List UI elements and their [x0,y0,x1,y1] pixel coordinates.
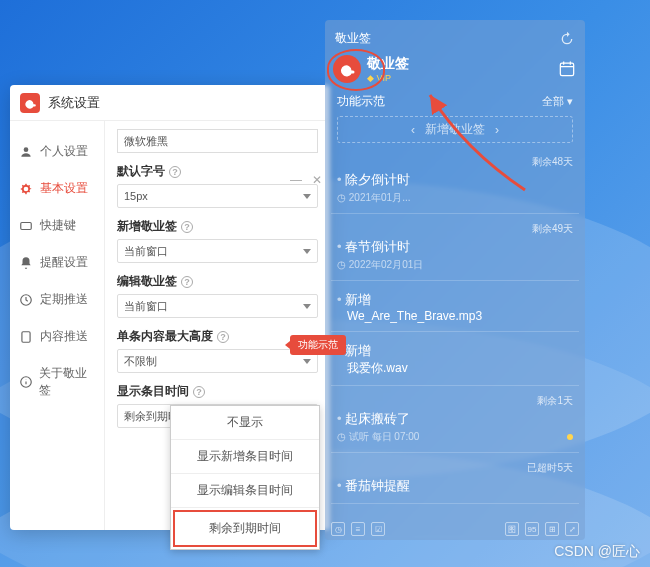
field-label: 单条内容最大高度 [117,328,213,345]
svg-rect-1 [21,222,32,229]
sidebar-item-reminder[interactable]: 提醒设置 [10,244,104,281]
help-icon[interactable]: ? [181,276,193,288]
sidebar-item-basic[interactable]: 基本设置 [10,170,104,207]
sidebar-label: 个人设置 [40,143,88,160]
footer-icon[interactable]: ≡ [351,522,365,536]
function-label[interactable]: 功能示范 [337,93,385,110]
note-remaining: 已超时5天 [527,461,573,475]
sidebar-label: 基本设置 [40,180,88,197]
sidebar-item-about[interactable]: 关于敬业签 [10,355,104,409]
doc-icon [18,329,34,345]
sidebar-item-content[interactable]: 内容推送 [10,318,104,355]
gear-icon [18,181,34,197]
note-remaining: 剩余1天 [537,394,573,408]
help-icon[interactable]: ? [193,386,205,398]
sidebar-label: 定期推送 [40,291,88,308]
max-height-select[interactable]: 不限制 [117,349,318,373]
note-item[interactable]: 剩余48天 除夕倒计时 2021年01月... [331,147,579,214]
note-title: 除夕倒计时 [337,171,573,189]
filter-all[interactable]: 全部 ▾ [542,94,573,109]
help-icon[interactable]: ? [169,166,181,178]
help-icon[interactable]: ? [217,331,229,343]
watermark: CSDN @匠心 [554,543,640,561]
dropdown-option-highlighted[interactable]: 剩余到期时间 [173,510,317,547]
app-logo-icon [20,93,40,113]
note-item[interactable]: 新增 We_Are_The_Brave.mp3 [331,281,579,332]
note-date: 2022年02月01日 [337,258,573,272]
font-value[interactable]: 微软雅黑 [117,129,318,153]
sidebar-label: 内容推送 [40,328,88,345]
svg-rect-5 [560,63,573,75]
keyboard-icon [18,218,34,234]
note-title: 春节倒计时 [337,238,573,256]
note-item[interactable]: 已超时5天 番茄钟提醒 [331,453,579,504]
footer-icon[interactable]: 95 [525,522,539,536]
note-title: 新增 [337,342,573,360]
footer-icon[interactable]: ☑ [371,522,385,536]
footer-icon[interactable]: ⊞ [545,522,559,536]
note-date: 每日 07:00 [372,431,420,442]
edit-window-select[interactable]: 当前窗口 [117,294,318,318]
try-label[interactable]: 试听 [349,431,369,442]
notes-window-title: 敬业签 [335,30,559,47]
note-remaining: 剩余48天 [532,155,573,169]
field-label: 显示条目时间 [117,383,189,400]
status-dot-icon [567,434,573,440]
note-title: 新增 [337,291,573,309]
sidebar-label: 关于敬业签 [39,365,96,399]
display-time-dropdown: 不显示 显示新增条目时间 显示编辑条目时间 剩余到期时间 [170,405,320,550]
brand-logo-icon[interactable] [333,55,361,83]
bell-icon [18,255,34,271]
annotation-circle [327,49,385,91]
notes-panel: 敬业签 敬业签 VIP 功能示范 全部 ▾ ‹ 新增敬业签 › 剩余48天 除夕… [325,20,585,540]
settings-title: 系统设置 [48,94,100,112]
note-subtitle: We_Are_The_Brave.mp3 [337,309,573,323]
person-icon [18,144,34,160]
refresh-icon[interactable] [559,31,575,47]
note-item[interactable]: 新增 我爱你.wav [331,332,579,386]
footer-icon[interactable]: 图 [505,522,519,536]
add-note-button[interactable]: ‹ 新增敬业签 › [337,116,573,143]
help-icon[interactable]: ? [181,221,193,233]
note-title: 起床搬砖了 [337,410,573,428]
sidebar-item-push[interactable]: 定期推送 [10,281,104,318]
note-date: 2021年01月... [337,191,573,205]
chevron-right-icon: › [495,123,499,137]
notes-footer: ◷ ≡ ☑ 图 95 ⊞ ⤢ [331,522,579,536]
sidebar-label: 快捷键 [40,217,76,234]
note-subtitle: 我爱你.wav [337,360,573,377]
note-item[interactable]: 剩余49天 春节倒计时 2022年02月01日 [331,214,579,281]
info-icon [18,374,33,390]
settings-titlebar: 系统设置 [10,85,330,121]
chevron-left-icon: ‹ [411,123,415,137]
settings-sidebar: 个人设置 基本设置 快捷键 提醒设置 定期推送 内容推送 [10,121,105,530]
dropdown-option[interactable]: 不显示 [171,406,319,440]
field-label: 新增敬业签 [117,218,177,235]
note-remaining: 剩余49天 [532,222,573,236]
fontsize-select[interactable]: 15px [117,184,318,208]
sidebar-label: 提醒设置 [40,254,88,271]
dropdown-option[interactable]: 显示编辑条目时间 [171,474,319,508]
footer-icon[interactable]: ◷ [331,522,345,536]
field-label: 编辑敬业签 [117,273,177,290]
footer-icon[interactable]: ⤢ [565,522,579,536]
demo-tooltip: 功能示范 [290,335,346,355]
svg-rect-3 [22,331,30,342]
sidebar-item-shortcut[interactable]: 快捷键 [10,207,104,244]
notes-brand-bar: 敬业签 VIP [331,51,579,91]
note-item[interactable]: 剩余1天 起床搬砖了 试听 每日 07:00 [331,386,579,453]
svg-point-0 [24,147,29,152]
clock-icon [18,292,34,308]
sidebar-item-personal[interactable]: 个人设置 [10,133,104,170]
note-title: 番茄钟提醒 [337,477,573,495]
new-window-select[interactable]: 当前窗口 [117,239,318,263]
calendar-icon[interactable] [557,59,577,79]
dropdown-option[interactable]: 显示新增条目时间 [171,440,319,474]
field-label: 默认字号 [117,163,165,180]
